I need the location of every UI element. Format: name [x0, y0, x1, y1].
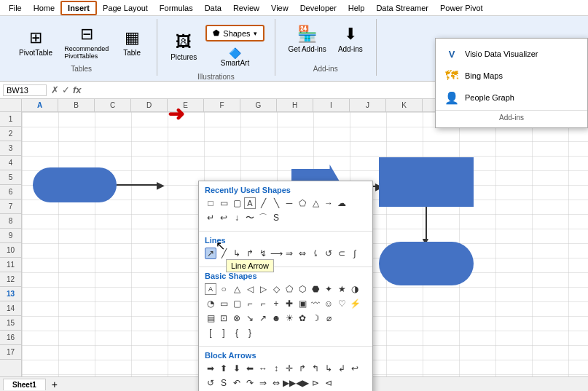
col-header-h[interactable]: H	[277, 99, 313, 111]
bs-curly-r[interactable]: }	[244, 327, 256, 339]
row-12[interactable]: 12	[0, 272, 21, 287]
col-header-i[interactable]: I	[313, 99, 350, 111]
people-graph-item[interactable]: 👤 People Graph	[436, 87, 587, 108]
sheet-tab-1[interactable]: Sheet1	[3, 379, 46, 390]
row-13[interactable]: 13	[0, 287, 21, 301]
bs-crescent[interactable]: ◑	[349, 283, 361, 295]
row-4[interactable]: 4	[0, 156, 21, 170]
shape-icon-arrow-br[interactable]: ↩	[218, 212, 230, 224]
menu-data[interactable]: Data	[199, 2, 227, 14]
cell-reference-input[interactable]	[3, 84, 47, 96]
ba-bent1[interactable]: ↱	[297, 363, 308, 374]
add-addins-button[interactable]: ⬇ Add-ins	[334, 22, 367, 56]
row-10[interactable]: 10	[0, 243, 21, 258]
shape-icon-line3[interactable]: ─	[283, 197, 295, 209]
line-icon-2[interactable]: ↯	[257, 248, 269, 259]
line-icon-8[interactable]: ⊂	[336, 248, 348, 259]
shape-icon-cloud[interactable]: ☁	[336, 197, 348, 209]
line-icon-5[interactable]: ⇔	[297, 248, 308, 259]
bs-l[interactable]: ⌐	[257, 298, 269, 309]
shape-rounded-rect-right[interactable]	[379, 242, 474, 285]
bs-misc5[interactable]: ↗	[257, 312, 269, 324]
shape-icon-s[interactable]: S	[270, 212, 282, 224]
bs-misc7[interactable]: ⌀	[323, 312, 334, 324]
col-header-k[interactable]: K	[386, 99, 423, 111]
shape-icon-wave[interactable]: 〜	[244, 212, 256, 224]
col-header-g[interactable]: G	[240, 99, 277, 111]
line-icon-4[interactable]: ⇒	[283, 248, 295, 259]
shape-rounded-rect-left[interactable]	[33, 167, 117, 202]
row-8[interactable]: 8	[0, 214, 21, 229]
row-17[interactable]: 17	[0, 345, 21, 360]
row-6[interactable]: 6	[0, 185, 21, 200]
menu-help[interactable]: Help	[342, 2, 371, 14]
menu-page-layout[interactable]: Page Layout	[97, 2, 154, 14]
bs-misc3[interactable]: ⊗	[231, 312, 243, 324]
ba-s[interactable]: S	[218, 377, 230, 389]
col-header-c[interactable]: C	[95, 99, 131, 111]
menu-power-pivot[interactable]: Power Pivot	[434, 2, 489, 14]
ba-quad[interactable]: ✛	[283, 363, 295, 374]
bs-octa[interactable]: ⬣	[310, 283, 321, 295]
shape-icon-arrow-bl[interactable]: ↵	[205, 212, 216, 224]
ba-right[interactable]: ➡	[205, 363, 216, 374]
shape-icon-rect[interactable]: □	[205, 197, 216, 209]
ba-left2[interactable]: ⬅	[244, 363, 256, 374]
bs-wave[interactable]: 〰	[310, 298, 321, 309]
bs-rect[interactable]: ▭	[218, 298, 230, 309]
row-14[interactable]: 14	[0, 301, 21, 316]
bs-diamond[interactable]: ◇	[270, 283, 282, 295]
bs-brace-l[interactable]: [	[205, 327, 216, 339]
menu-insert[interactable]: Insert	[60, 1, 97, 15]
bs-frame[interactable]: ▣	[297, 298, 308, 309]
formula-fx-icon[interactable]: fx	[73, 84, 82, 95]
bs-cross[interactable]: ✚	[283, 298, 295, 309]
bs-misc1[interactable]: ▤	[205, 312, 216, 324]
add-sheet-button[interactable]: +	[47, 377, 62, 392]
table-button[interactable]: ▦ Table	[116, 25, 148, 60]
shape-icon-curved[interactable]: ⌒	[257, 212, 269, 224]
bs-smiley[interactable]: ☺	[323, 298, 334, 309]
ba-notch1[interactable]: ⊳	[310, 377, 321, 389]
ba-n[interactable]: ↶	[231, 377, 243, 389]
col-header-d[interactable]: D	[131, 99, 168, 111]
formula-confirm-icon[interactable]: ✓	[62, 84, 70, 95]
recommended-pivots-button[interactable]: ⊟ RecommendedPivotTables	[60, 22, 113, 63]
ba-bent3[interactable]: ↳	[323, 363, 334, 374]
bs-face[interactable]: ◔	[205, 298, 216, 309]
ba-dbl2[interactable]: ⇔	[270, 377, 282, 389]
row-2[interactable]: 2	[0, 127, 21, 141]
line-icon-6[interactable]: ⤹	[310, 248, 321, 259]
bs-misc2[interactable]: ⊡	[218, 312, 230, 324]
bs-misc4[interactable]: ↘	[244, 312, 256, 324]
smartart-button[interactable]: 🔷 SmartArt	[218, 46, 252, 68]
shape-icon-rounded[interactable]: ▢	[231, 197, 243, 209]
shape-rect-large[interactable]	[379, 157, 474, 207]
ba-bent4[interactable]: ↲	[336, 363, 348, 374]
ba-double[interactable]: ⇒	[257, 377, 269, 389]
col-header-a[interactable]: A	[22, 99, 58, 111]
row-1[interactable]: 1	[0, 112, 21, 127]
bs-rounded[interactable]: ▢	[231, 298, 243, 309]
bs-bolt[interactable]: ⚡	[349, 298, 361, 309]
formula-cancel-icon[interactable]: ✗	[51, 84, 59, 95]
bs-curly-l[interactable]: {	[231, 327, 243, 339]
shape-icon-rect2[interactable]: ▭	[218, 197, 230, 209]
shape-icon-arrow-r[interactable]: →	[323, 197, 334, 209]
ba-curved[interactable]: ↩	[349, 363, 361, 374]
ba-strip[interactable]: ▶▶	[283, 377, 295, 389]
bs-text[interactable]: A	[205, 283, 216, 295]
get-addins-button[interactable]: 🏪 Get Add-ins	[284, 22, 331, 56]
ba-lr[interactable]: ↔	[257, 363, 269, 374]
menu-formulas[interactable]: Formulas	[154, 2, 199, 14]
shape-icon-line1[interactable]: ╱	[257, 197, 269, 209]
ba-bent2[interactable]: ↰	[310, 363, 321, 374]
shape-icon-triangle[interactable]: △	[310, 197, 321, 209]
bs-rtri[interactable]: ◁	[244, 283, 256, 295]
line-icon-7[interactable]: ↺	[323, 248, 334, 259]
bs-star2[interactable]: ★	[336, 283, 348, 295]
line-icon-3[interactable]: ⟶	[270, 248, 282, 259]
row-7[interactable]: 7	[0, 200, 21, 214]
visio-addin-item[interactable]: V Visio Data Visualizer	[436, 43, 587, 65]
col-header-b[interactable]: B	[58, 99, 95, 111]
